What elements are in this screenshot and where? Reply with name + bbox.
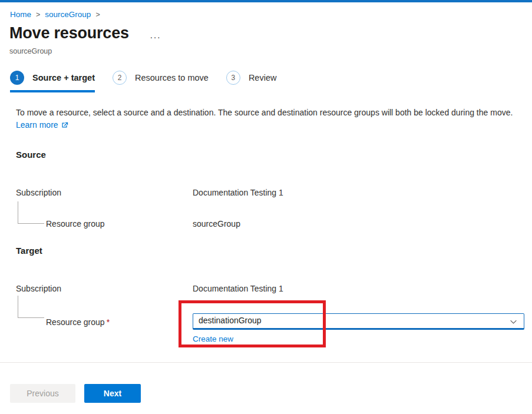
top-accent-bar	[0, 0, 532, 2]
tab-resources-to-move[interactable]: 2 Resources to move	[113, 71, 209, 92]
page-description: To move a resource, select a source and …	[16, 107, 521, 133]
target-resource-group-label: Resource group*	[16, 317, 193, 327]
next-button[interactable]: Next	[84, 384, 141, 403]
learn-more-link[interactable]: Learn more	[16, 120, 68, 130]
step-3-circle: 3	[226, 71, 240, 85]
breadcrumb-sourcegroup-link[interactable]: sourceGroup	[45, 10, 91, 19]
breadcrumb: Home>sourceGroup>	[10, 10, 532, 19]
step-3-label: Review	[249, 73, 277, 82]
target-subscription-value: Documentation Testing 1	[193, 284, 283, 293]
description-text: To move a resource, select a source and …	[16, 108, 513, 117]
external-link-icon	[61, 120, 68, 133]
source-subscription-label: Subscription	[16, 188, 193, 197]
create-new-link[interactable]: Create new	[193, 334, 233, 343]
step-1-circle: 1	[10, 71, 24, 85]
tree-connector-line	[18, 296, 44, 318]
page-header: Move resources ...	[9, 24, 532, 42]
source-subscription-value: Documentation Testing 1	[193, 188, 283, 197]
target-resource-group-label-text: Resource group	[46, 317, 105, 327]
breadcrumb-home-link[interactable]: Home	[10, 10, 31, 19]
tree-connector-line	[18, 201, 44, 224]
step-1-label: Source + target	[32, 73, 95, 82]
step-2-circle: 2	[113, 71, 127, 85]
chevron-down-icon[interactable]	[510, 318, 517, 327]
source-resource-group-value: sourceGroup	[193, 219, 240, 228]
target-resource-group-field: Create new	[193, 313, 524, 343]
learn-more-label: Learn more	[16, 120, 58, 130]
source-subscription-row: Subscription Documentation Testing 1	[16, 188, 532, 197]
required-asterisk: *	[107, 317, 110, 327]
breadcrumb-separator: >	[91, 11, 104, 19]
step-2-label: Resources to move	[135, 73, 209, 82]
previous-button[interactable]: Previous	[10, 384, 75, 403]
resource-group-combobox[interactable]	[193, 313, 524, 330]
more-options-icon[interactable]: ...	[150, 27, 161, 39]
breadcrumb-separator: >	[31, 11, 45, 19]
footer-buttons: Previous Next	[10, 384, 532, 403]
target-subscription-label: Subscription	[16, 284, 193, 293]
source-resource-group-row: Resource group sourceGroup	[16, 219, 532, 228]
source-section-heading: Source	[16, 150, 532, 160]
target-subscription-row: Subscription Documentation Testing 1	[16, 284, 532, 293]
wizard-steps: 1 Source + target 2 Resources to move 3 …	[10, 71, 532, 92]
tab-review[interactable]: 3 Review	[226, 71, 277, 92]
page-subtitle: sourceGroup	[9, 47, 532, 55]
target-resource-group-row: Resource group* Create new	[16, 313, 532, 343]
footer-divider	[0, 362, 532, 363]
page-title: Move resources	[9, 24, 129, 42]
tab-source-target[interactable]: 1 Source + target	[10, 71, 95, 92]
target-section-heading: Target	[16, 246, 532, 256]
